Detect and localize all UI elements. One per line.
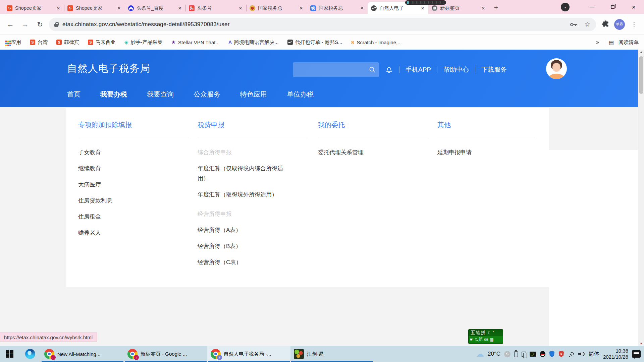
bookmark-packing[interactable]: 代打包订单 - 翰邦S... (287, 39, 342, 46)
taskbar-edge-button[interactable] (19, 346, 41, 362)
close-icon[interactable]: × (420, 5, 425, 11)
start-button[interactable] (0, 346, 19, 362)
tab-tax-bureau-2[interactable]: 税 国家税务总 × (307, 2, 368, 14)
security-shield-blue-icon[interactable] (549, 351, 555, 357)
notification-bell-icon[interactable] (385, 65, 393, 74)
bookmark-crossborder[interactable]: A 跨境电商语言解决... (228, 39, 279, 46)
menu-item[interactable]: 子女教育 (78, 147, 169, 158)
close-icon[interactable]: × (481, 5, 486, 11)
bookmark-star-icon[interactable]: ☆ (584, 20, 591, 28)
nav-home[interactable]: 首页 (67, 90, 80, 99)
ime-name[interactable]: 五笔拼 (470, 330, 486, 336)
scroll-down-arrow[interactable]: ▼ (638, 342, 644, 345)
close-icon[interactable]: × (177, 5, 182, 11)
tab-toutiao-baidu[interactable]: 头条号_百度 × (125, 2, 185, 14)
close-icon[interactable]: × (238, 5, 243, 11)
link-help-center[interactable]: 帮助中心 (443, 65, 469, 74)
tab-search-button[interactable]: ▾ (561, 3, 570, 11)
bookmarks-overflow-chevron[interactable]: » (596, 39, 599, 46)
new-tab-button[interactable]: + (491, 3, 501, 13)
usb-icon[interactable] (514, 351, 518, 357)
bookmark-apps[interactable]: 应用 (5, 39, 21, 46)
qq-icon[interactable] (540, 351, 545, 357)
nvidia-icon[interactable] (530, 352, 536, 357)
bookmark-taiwan[interactable]: S 台湾 (30, 39, 48, 46)
clock[interactable]: 10:36 2021/10/26 (603, 348, 628, 360)
hand-icon[interactable]: ☛ (470, 337, 474, 342)
password-key-icon[interactable] (570, 21, 578, 28)
bookmark-scratch[interactable]: S Scratch - Imagine,... (351, 40, 401, 45)
restore-button[interactable] (602, 0, 623, 14)
quote-icon[interactable]: ” (493, 330, 494, 335)
back-button[interactable]: ← (5, 19, 16, 30)
menu-item[interactable]: 延期申报申请 (437, 147, 529, 158)
ime-simplified[interactable]: 简 (479, 337, 483, 342)
bookmark-miaoshou[interactable]: ◈ 妙手-产品采集 (124, 39, 163, 46)
tab-shopee-1[interactable]: S Shopee卖家 × (3, 2, 64, 14)
menu-item[interactable]: 经营所得（C表） (198, 257, 289, 267)
nav-tax-filing[interactable]: 我要办税 (100, 90, 127, 99)
nav-public-service[interactable]: 公众服务 (194, 90, 220, 99)
link-download-service[interactable]: 下载服务 (481, 65, 507, 74)
tab-tax-bureau-1[interactable]: 国家税务总 × (246, 2, 307, 14)
action-center-icon[interactable] (632, 350, 641, 358)
taskbar-huichuang-window[interactable]: 汇创-易 (290, 346, 374, 362)
profile-avatar[interactable]: 单丹 (614, 19, 625, 30)
site-search-input[interactable] (293, 62, 379, 77)
menu-dots-icon[interactable]: ⋮ (629, 20, 639, 28)
address-bar[interactable]: etax.chinatax.gov.cn/webstatic/message-d… (49, 18, 596, 31)
taskbar-chrome-window-1[interactable]: r New All-Matching... (41, 346, 124, 362)
scroll-up-arrow[interactable]: ▲ (638, 50, 644, 54)
menu-item[interactable]: 继续教育 (78, 164, 169, 174)
link-mobile-app[interactable]: 手机APP (406, 65, 431, 74)
weather-cloud-icon[interactable]: ☁ (476, 349, 484, 359)
nav-company-tax[interactable]: 单位办税 (287, 90, 314, 99)
page-scrollbar[interactable]: ▲ ▼ (638, 50, 644, 346)
nav-featured-apps[interactable]: 特色应用 (240, 90, 267, 99)
bookmark-philippines[interactable]: S 菲律宾 (56, 39, 79, 46)
menu-item[interactable]: 大病医疗 (78, 180, 169, 190)
tax-icon: 税 (310, 5, 316, 11)
close-icon[interactable]: × (299, 5, 304, 11)
nav-inquiry[interactable]: 我要查询 (147, 90, 174, 99)
menu-item[interactable]: 委托代理关系管理 (318, 147, 409, 158)
close-icon[interactable]: × (56, 5, 61, 11)
minimize-button[interactable] (582, 0, 602, 14)
url-text[interactable]: etax.chinatax.gov.cn/webstatic/message-d… (62, 21, 570, 28)
scrollbar-thumb[interactable] (639, 56, 643, 94)
forward-button[interactable]: → (19, 19, 31, 30)
moon-icon[interactable]: ☾ (488, 330, 491, 335)
menu-item[interactable]: 赡养老人 (78, 228, 169, 238)
close-icon[interactable]: × (117, 5, 121, 11)
volume-icon[interactable] (578, 351, 585, 357)
menu-item[interactable]: 经营所得（B表） (198, 241, 289, 251)
ime-gb[interactable]: GB (484, 338, 489, 341)
close-icon[interactable]: × (360, 5, 364, 11)
ime-toolbar[interactable]: 五笔拼 ☾ ” ☛ 简 GB ▦ (468, 329, 503, 344)
media-control-pill[interactable] (405, 0, 446, 5)
ime-language-indicator[interactable]: 简体 (589, 351, 599, 358)
bookmark-malaysia[interactable]: S 马来西亚 (88, 39, 116, 46)
menu-item[interactable]: 住房贷款利息 (78, 196, 169, 206)
bookmark-stellar-vpn[interactable]: ★ Stellar VPN That... (171, 39, 220, 45)
taskbar-chrome-window-2[interactable]: r 新标签页 - Google ... (124, 346, 207, 362)
user-avatar[interactable] (546, 58, 567, 79)
menu-item[interactable]: 年度汇算（取得境外所得适用） (198, 190, 289, 200)
extensions-puzzle-icon[interactable] (601, 20, 610, 29)
network-signal-icon[interactable] (568, 351, 575, 357)
reading-list-label[interactable]: 阅读清单 (619, 39, 639, 46)
reload-button[interactable]: ↻ (34, 19, 46, 30)
menu-item[interactable]: 经营所得（A表） (198, 225, 289, 235)
menu-item[interactable]: 年度汇算（仅取得境内综合所得适用） (198, 164, 289, 184)
devices-icon[interactable] (522, 352, 526, 357)
close-window-button[interactable]: × (623, 0, 644, 14)
menu-item[interactable]: 住房租金 (78, 212, 169, 222)
magnifier-icon[interactable] (475, 338, 477, 341)
keyboard-icon[interactable]: ▦ (490, 337, 493, 342)
s-tray-icon[interactable]: S (504, 351, 511, 357)
defender-alert-shield-icon[interactable]: × (558, 351, 564, 357)
tab-shopee-2[interactable]: S Shopee卖家 × (64, 2, 125, 14)
tab-toutiao[interactable]: 头 头条号 × (185, 2, 246, 14)
taskbar-chrome-window-3-active[interactable]: 单 自然人电子税务局 -... (207, 346, 290, 362)
temperature[interactable]: 20°C (488, 351, 500, 357)
